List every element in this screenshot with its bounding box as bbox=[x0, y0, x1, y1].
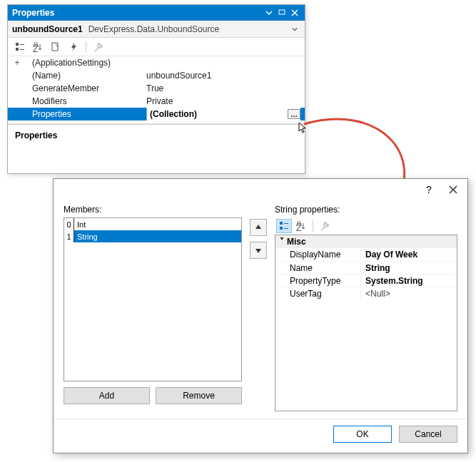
property-value[interactable]: Private bbox=[146, 96, 300, 106]
ellipsis-button[interactable]: … bbox=[288, 109, 300, 119]
property-name: PropertyType bbox=[275, 276, 361, 286]
property-value[interactable]: System.String bbox=[361, 276, 457, 286]
move-up-button[interactable] bbox=[250, 219, 267, 236]
ok-button-label: OK bbox=[356, 429, 368, 439]
object-selector[interactable]: unboundSource1 DevExpress.Data.UnboundSo… bbox=[8, 21, 305, 38]
dialog-footer: OK Cancel bbox=[54, 419, 467, 448]
alphabetical-icon[interactable]: AZ bbox=[293, 219, 309, 233]
svg-rect-7 bbox=[52, 43, 58, 51]
list-item[interactable]: 1String bbox=[64, 230, 241, 242]
close-icon[interactable] bbox=[446, 183, 460, 197]
property-grid[interactable]: ˅MiscDisplayNameDay Of WeekNameStringPro… bbox=[275, 235, 457, 411]
property-value[interactable]: (Collection)… bbox=[146, 108, 300, 120]
svg-rect-1 bbox=[16, 43, 19, 46]
svg-rect-0 bbox=[279, 10, 285, 14]
property-name: DisplayName bbox=[275, 250, 361, 260]
properties-toolbar: AZ bbox=[8, 38, 305, 56]
property-name: (Name) bbox=[22, 71, 146, 81]
category-label: Misc bbox=[287, 237, 306, 247]
svg-rect-2 bbox=[16, 48, 19, 51]
svg-rect-4 bbox=[20, 49, 24, 50]
close-icon[interactable] bbox=[289, 7, 300, 19]
property-name: UserTag bbox=[275, 289, 361, 299]
propgrid-toolbar: AZ bbox=[275, 217, 457, 235]
list-item-label: Int bbox=[74, 218, 241, 230]
properties-title: Properties bbox=[12, 8, 263, 18]
object-type: DevExpress.Data.UnboundSource bbox=[88, 24, 219, 34]
chevron-down-icon[interactable] bbox=[289, 24, 300, 34]
property-row[interactable]: ModifiersPrivate bbox=[8, 95, 305, 108]
property-name: Properties bbox=[22, 109, 146, 119]
svg-rect-10 bbox=[284, 223, 288, 224]
property-row[interactable]: Properties(Collection)… bbox=[8, 108, 305, 120]
property-pages-icon[interactable] bbox=[48, 39, 64, 55]
svg-rect-11 bbox=[284, 228, 288, 229]
property-name: Modifiers bbox=[22, 96, 146, 106]
list-item[interactable]: 0Int bbox=[64, 218, 241, 230]
property-row[interactable]: NameString bbox=[275, 261, 457, 274]
property-value[interactable]: <Null> bbox=[361, 289, 457, 299]
cancel-button-label: Cancel bbox=[415, 429, 441, 439]
properties-titlebar[interactable]: Properties bbox=[8, 5, 305, 21]
svg-rect-3 bbox=[20, 44, 24, 45]
toolbar-separator bbox=[313, 220, 313, 232]
list-index: 0 bbox=[64, 218, 74, 230]
window-pin-icon[interactable] bbox=[276, 7, 288, 19]
alphabetical-icon[interactable]: AZ bbox=[30, 39, 46, 55]
categorized-icon[interactable] bbox=[12, 39, 28, 55]
list-item-label: String bbox=[74, 230, 241, 242]
property-name: GenerateMember bbox=[22, 83, 146, 93]
category-header[interactable]: ˅Misc bbox=[275, 235, 457, 248]
property-value[interactable]: unboundSource1 bbox=[146, 71, 300, 81]
svg-text:Z: Z bbox=[296, 223, 301, 231]
property-name: (ApplicationSettings) bbox=[22, 58, 146, 68]
properties-panel: Properties unboundSource1 DevExpress.Dat… bbox=[7, 4, 305, 174]
description-pane: Properties bbox=[8, 124, 305, 146]
list-index: 1 bbox=[64, 230, 74, 242]
add-button-label: Add bbox=[99, 391, 114, 401]
wrench-icon[interactable] bbox=[317, 219, 333, 233]
dialog-titlebar[interactable]: ? bbox=[54, 179, 467, 200]
members-list[interactable]: 0Int1String bbox=[64, 217, 242, 381]
property-row[interactable]: +(ApplicationSettings) bbox=[8, 56, 305, 69]
add-button[interactable]: Add bbox=[64, 387, 150, 404]
property-row[interactable]: PropertyTypeSystem.String bbox=[275, 274, 457, 287]
property-grid: +(ApplicationSettings)(Name)unboundSourc… bbox=[8, 56, 305, 120]
right-pane-label: String properties: bbox=[275, 205, 457, 215]
property-value[interactable]: True bbox=[146, 83, 300, 93]
events-icon[interactable] bbox=[66, 39, 81, 55]
property-row[interactable]: UserTag<Null> bbox=[275, 287, 457, 299]
cancel-button[interactable]: Cancel bbox=[399, 426, 457, 443]
wrench-icon[interactable] bbox=[91, 39, 106, 55]
categorized-icon[interactable] bbox=[276, 219, 292, 233]
property-value[interactable]: String bbox=[361, 263, 457, 273]
remove-button-label: Remove bbox=[183, 391, 215, 401]
svg-rect-9 bbox=[280, 227, 283, 230]
toolbar-separator bbox=[86, 41, 86, 53]
collection-editor-dialog: ? Members: 0Int1String Add Remove bbox=[53, 178, 468, 453]
property-value[interactable]: Day Of Week bbox=[361, 250, 457, 260]
property-name: Name bbox=[275, 263, 361, 273]
move-down-button[interactable] bbox=[250, 242, 267, 259]
svg-text:Z: Z bbox=[33, 44, 38, 52]
object-name: unboundSource1 bbox=[12, 24, 83, 34]
dropdown-icon[interactable] bbox=[263, 7, 275, 19]
remove-button[interactable]: Remove bbox=[156, 387, 242, 404]
expand-icon[interactable]: + bbox=[12, 58, 22, 68]
property-row[interactable]: DisplayNameDay Of Week bbox=[275, 248, 457, 261]
chevron-down-icon[interactable]: ˅ bbox=[277, 237, 287, 247]
ok-button[interactable]: OK bbox=[333, 426, 392, 443]
members-label: Members: bbox=[64, 205, 242, 215]
property-row[interactable]: GenerateMemberTrue bbox=[8, 82, 305, 95]
help-icon[interactable]: ? bbox=[422, 183, 436, 197]
property-row[interactable]: (Name)unboundSource1 bbox=[8, 69, 305, 82]
svg-rect-8 bbox=[280, 222, 283, 225]
description-title: Properties bbox=[15, 130, 298, 140]
